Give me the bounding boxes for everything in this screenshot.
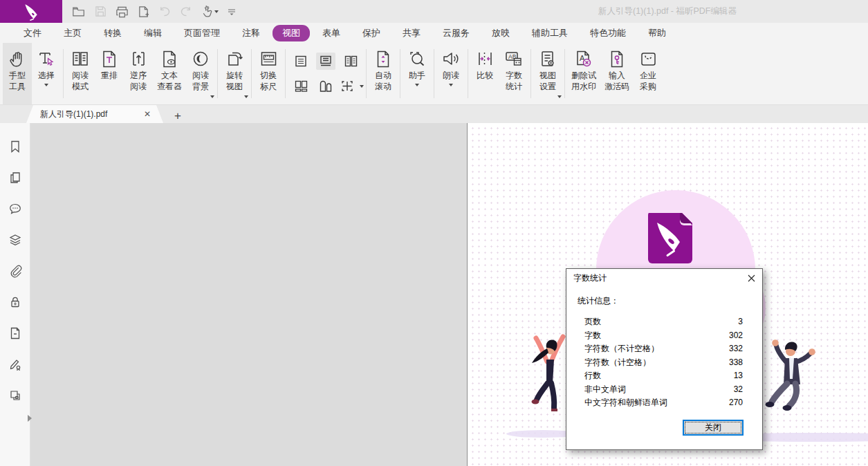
menu-home[interactable]: 主页 (53, 25, 93, 41)
facing-continuous-view-button[interactable] (291, 77, 311, 95)
facing-view-button[interactable] (341, 53, 361, 70)
touch-mode-button[interactable] (201, 6, 219, 18)
stat-value: 13 (734, 369, 743, 383)
view-settings-label: 视图 设置 (539, 71, 556, 92)
add-page-button[interactable] (138, 6, 149, 18)
select-caret (44, 84, 48, 86)
read-background-button[interactable]: 阅读 背景 (186, 43, 215, 104)
activation-code-button[interactable]: 输入 激活码 (600, 43, 634, 104)
menu-features[interactable]: 特色功能 (579, 25, 637, 41)
stat-label: 字符数（不计空格） (584, 342, 659, 356)
customize-toolbar-button[interactable] (228, 8, 236, 16)
view-settings-button[interactable]: 视图 设置 (533, 43, 562, 104)
menu-protect[interactable]: 保护 (351, 25, 391, 41)
save-icon (95, 6, 107, 17)
reflow-button[interactable]: 重排 (95, 43, 124, 104)
read-mode-button[interactable]: 阅读 模式 (66, 43, 95, 104)
menu-edit[interactable]: 编辑 (133, 25, 173, 41)
duplicate-page-icon (8, 389, 22, 402)
split-view-button[interactable] (338, 77, 357, 95)
assistant-magnifier-icon (408, 47, 427, 71)
menu-accessibility[interactable]: 辅助工具 (521, 25, 579, 41)
assistant-label: 助手 (409, 71, 425, 82)
rotate-view-button[interactable]: 旋转 视图 (220, 43, 249, 104)
ruler-icon (259, 47, 278, 71)
new-tab-button[interactable]: + (174, 110, 181, 122)
word-count-dialog: 字数统计 统计信息： 页数 3 字数 302 字符数（不计空格） 332 字符数… (566, 268, 763, 450)
menu-convert[interactable]: 转换 (93, 25, 133, 41)
menu-form[interactable]: 表单 (311, 25, 351, 41)
stat-row-words: 字数 302 (584, 329, 743, 343)
signature-panel-button[interactable] (8, 357, 22, 371)
toggle-ruler-button[interactable]: 切换 标尺 (254, 43, 283, 104)
navigation-sidebar (0, 123, 30, 466)
enterprise-purchase-button[interactable]: 企业 采购 (634, 43, 663, 104)
statistics-rows: 页数 3 字数 302 字符数（不计空格） 332 字符数（计空格） 338 行… (584, 315, 743, 410)
menu-present[interactable]: 放映 (481, 25, 521, 41)
fields-panel-button[interactable] (8, 389, 22, 402)
text-viewer-button[interactable]: 文本 查看器 (153, 43, 186, 104)
auto-scroll-button[interactable]: 自动 滚动 (369, 43, 398, 104)
document-tab[interactable]: 新人引导(1)(1).pdf ✕ (26, 105, 163, 123)
continuous-view-button[interactable] (316, 53, 335, 70)
panel-expand-handle[interactable] (28, 415, 32, 422)
activation-key-icon (609, 47, 625, 71)
select-tool-button[interactable]: 选择 (32, 43, 61, 104)
speaker-icon (441, 47, 461, 71)
undo-button[interactable] (158, 6, 171, 17)
reverse-read-button[interactable]: 逆序 阅读 (124, 43, 153, 104)
reverse-read-icon (129, 47, 148, 71)
menu-cloud[interactable]: 云服务 (432, 25, 481, 41)
single-page-view-button[interactable] (291, 53, 311, 70)
print-button[interactable] (116, 6, 129, 18)
comments-panel-button[interactable] (8, 202, 22, 216)
dialog-close-action-button[interactable]: 关闭 (683, 420, 744, 436)
book-view-button[interactable] (316, 77, 336, 95)
redo-button[interactable] (180, 6, 192, 17)
text-viewer-label: 文本 查看器 (157, 71, 182, 92)
menu-help[interactable]: 帮助 (637, 25, 677, 41)
stat-label: 页数 (584, 315, 601, 329)
tab-close-icon[interactable]: ✕ (142, 109, 152, 119)
redo-icon (180, 6, 192, 17)
touch-pointer-icon (201, 6, 213, 18)
menu-share[interactable]: 共享 (391, 25, 432, 41)
word-count-button[interactable]: AB 字数 统计 (499, 43, 528, 104)
rotate-view-label: 旋转 视图 (226, 71, 243, 92)
hand-icon (8, 47, 26, 71)
document-scroll-area[interactable] (30, 123, 468, 466)
toolbar-separator (285, 49, 286, 98)
pages-panel-button[interactable] (8, 171, 22, 185)
layers-panel-button[interactable] (8, 233, 22, 247)
menu-page-manage[interactable]: 页面管理 (173, 25, 231, 41)
ribbon-menu-bar: 文件 主页 转换 编辑 页面管理 注释 视图 表单 保护 共享 云服务 放映 辅… (0, 23, 868, 43)
rotate-view-icon (225, 47, 244, 71)
dialog-close-button[interactable] (746, 272, 757, 283)
compare-icon (476, 47, 495, 71)
split-view-caret (360, 85, 364, 88)
foxit-pdf-editor-window: 新人引导(1)(1).pdf - 福昕PDF编辑器 文件 主页 转换 编辑 页面… (0, 0, 868, 466)
layers-icon (8, 233, 22, 247)
stat-value: 302 (729, 329, 743, 343)
dialog-title-bar[interactable]: 字数统计 (566, 269, 762, 287)
menu-file[interactable]: 文件 (12, 25, 53, 41)
menu-view[interactable]: 视图 (273, 25, 310, 41)
destinations-panel-button[interactable] (8, 326, 22, 340)
read-aloud-button[interactable]: 朗读 (436, 43, 465, 104)
auto-scroll-label: 自动 滚动 (375, 71, 391, 92)
attachments-panel-button[interactable] (8, 264, 22, 278)
save-button[interactable] (95, 6, 107, 17)
hand-tool-button[interactable]: 手型 工具 (3, 43, 32, 104)
toolbar-separator (468, 49, 468, 98)
open-file-button[interactable] (72, 6, 86, 18)
reverse-read-label: 逆序 阅读 (130, 71, 147, 92)
bookmarks-panel-button[interactable] (8, 140, 22, 153)
assistant-button[interactable]: 助手 (403, 43, 432, 104)
remove-watermark-button[interactable]: A 删除试 用水印 (567, 43, 600, 104)
compare-button[interactable]: 比较 (470, 43, 499, 104)
stat-row-pages: 页数 3 (584, 315, 743, 329)
signature-pen-icon (8, 357, 22, 371)
menu-comment[interactable]: 注释 (231, 25, 271, 41)
foxit-logo (0, 0, 62, 23)
security-panel-button[interactable] (8, 295, 22, 309)
